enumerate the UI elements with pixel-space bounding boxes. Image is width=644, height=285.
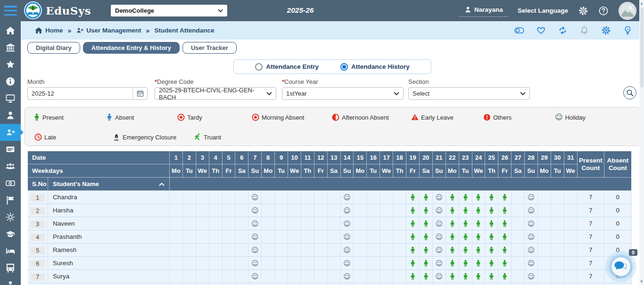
sort-ascending-icon[interactable] bbox=[159, 182, 165, 186]
day-cell: ☺ bbox=[248, 191, 262, 204]
present-icon bbox=[410, 246, 416, 254]
day-cell bbox=[419, 270, 432, 283]
breadcrumb-item[interactable]: Student Attendance bbox=[154, 27, 214, 34]
sidebar-item-hostel[interactable] bbox=[0, 243, 21, 260]
day-cell bbox=[485, 270, 498, 283]
sidebar-item-network[interactable] bbox=[0, 277, 21, 285]
sidebar-item-flag[interactable] bbox=[0, 192, 21, 209]
day-cell bbox=[327, 217, 340, 230]
breadcrumb: Home»User Management»Student Attendance bbox=[35, 27, 214, 34]
settings-icon[interactable] bbox=[601, 25, 611, 35]
radio-attendance-history[interactable]: Attendance History bbox=[340, 63, 410, 71]
legend-item: Others bbox=[483, 114, 512, 121]
day-cell: ☺ bbox=[340, 257, 354, 270]
vertical-scrollbar[interactable]: ▲ ▼ bbox=[639, 0, 644, 285]
day-cell bbox=[170, 244, 183, 257]
radio-icon[interactable] bbox=[255, 63, 263, 71]
day-cell bbox=[498, 230, 512, 244]
scroll-thumb[interactable] bbox=[640, 8, 644, 88]
month-input[interactable]: 2025-12 bbox=[27, 87, 148, 100]
present-icon bbox=[462, 246, 469, 254]
tab-attendance-entry-history[interactable]: Attendance Entry & History bbox=[83, 42, 180, 54]
search-button[interactable] bbox=[623, 86, 636, 99]
weekday-header: Su bbox=[432, 164, 446, 178]
sidebar-item-favorites[interactable] bbox=[0, 56, 21, 73]
breadcrumb-item[interactable]: User Management bbox=[76, 27, 141, 34]
notifications-icon[interactable] bbox=[579, 25, 589, 35]
sidebar-item-transport[interactable] bbox=[0, 260, 21, 277]
main-area: Home»User Management»Student Attendance … bbox=[21, 21, 644, 285]
breadcrumb-separator: » bbox=[68, 27, 72, 34]
toggle-icon[interactable] bbox=[514, 25, 524, 35]
sidebar-item-finance[interactable] bbox=[0, 175, 21, 192]
help-icon[interactable] bbox=[598, 6, 609, 16]
sidebar-item-home[interactable] bbox=[0, 22, 21, 39]
college-select[interactable]: DemoCollege bbox=[111, 5, 227, 16]
degree-code-field: *Degree Code 2025-29-BTECH-CIVIL-ENG-GEN… bbox=[155, 78, 276, 100]
radio-attendance-entry[interactable]: Attendance Entry bbox=[255, 63, 319, 71]
day-cell bbox=[182, 217, 196, 230]
refresh-icon[interactable] bbox=[558, 25, 568, 35]
present-icon bbox=[462, 193, 469, 201]
radio-icon[interactable] bbox=[340, 63, 348, 71]
user-plus-icon bbox=[76, 27, 83, 34]
calendar-icon[interactable] bbox=[132, 87, 144, 100]
sidebar-item-groups[interactable] bbox=[0, 158, 21, 175]
user-menu[interactable]: Narayana bbox=[460, 4, 508, 17]
sidebar-item-academics[interactable] bbox=[0, 226, 21, 243]
present-count-cell: 7 bbox=[577, 257, 604, 270]
settings-icon[interactable] bbox=[578, 6, 588, 16]
user-management-icon bbox=[6, 128, 15, 137]
day-cell bbox=[209, 270, 222, 283]
day-cell: ☺ bbox=[248, 217, 262, 230]
present-icon bbox=[423, 193, 429, 201]
legend-item: Morning Absent bbox=[252, 114, 304, 121]
language-menu[interactable]: Select Language bbox=[518, 7, 568, 14]
scroll-up-arrow[interactable]: ▲ bbox=[639, 1, 644, 5]
day-cell: ☺ bbox=[340, 191, 354, 204]
favorite-icon[interactable] bbox=[536, 25, 546, 35]
weekday-header: Fr bbox=[222, 164, 235, 178]
legend-item: Late bbox=[34, 133, 56, 141]
weekday-header: Sa bbox=[419, 164, 432, 178]
avatar[interactable] bbox=[619, 2, 636, 20]
weekday-header: Sa bbox=[235, 164, 248, 178]
sidebar-item-sun[interactable] bbox=[0, 209, 21, 226]
day-cell bbox=[209, 204, 222, 217]
day-cell bbox=[512, 217, 525, 230]
user-name: Narayana bbox=[474, 6, 503, 13]
section-select[interactable]: Select bbox=[408, 87, 530, 100]
sidebar-item-desktop[interactable] bbox=[0, 90, 21, 107]
day-cell bbox=[301, 283, 314, 285]
day-cell bbox=[327, 257, 340, 270]
day-cell bbox=[393, 283, 406, 285]
weekday-header: We bbox=[196, 164, 209, 178]
day-cell bbox=[393, 244, 406, 257]
day-cell bbox=[498, 204, 512, 217]
day-cell bbox=[537, 230, 551, 244]
day-header: 11 bbox=[301, 151, 314, 164]
sidebar-item-user-management[interactable] bbox=[0, 124, 21, 141]
tab-digital-diary[interactable]: Digital Diary bbox=[27, 42, 80, 54]
day-cell bbox=[380, 244, 393, 257]
student-name-header[interactable]: Student's Name bbox=[48, 178, 170, 191]
chat-widget[interactable]: 0 bbox=[605, 251, 636, 282]
day-cell bbox=[262, 217, 275, 230]
day-cell bbox=[222, 204, 235, 217]
menu-icon[interactable] bbox=[4, 6, 17, 16]
tab-user-tracker[interactable]: User Tracker bbox=[182, 42, 237, 54]
course-year-select[interactable]: 1stYear bbox=[282, 87, 404, 100]
day-cell: ☺ bbox=[248, 204, 262, 217]
sidebar-item-institution[interactable] bbox=[0, 39, 21, 56]
scroll-down-arrow[interactable]: ▼ bbox=[639, 280, 644, 284]
sidebar-item-profile[interactable] bbox=[0, 107, 21, 124]
day-cell bbox=[537, 217, 551, 230]
tips-icon[interactable] bbox=[623, 25, 633, 35]
holiday-icon: ☺ bbox=[435, 206, 443, 215]
sidebar-item-info[interactable] bbox=[0, 73, 21, 90]
day-cell bbox=[472, 230, 485, 244]
breadcrumb-item[interactable]: Home bbox=[35, 27, 63, 34]
sidebar-item-id-card[interactable] bbox=[0, 141, 21, 158]
degree-code-select[interactable]: 2025-29-BTECH-CIVIL-ENG-GEN-BACH bbox=[155, 87, 276, 100]
weekday-header: Tu bbox=[367, 164, 380, 178]
